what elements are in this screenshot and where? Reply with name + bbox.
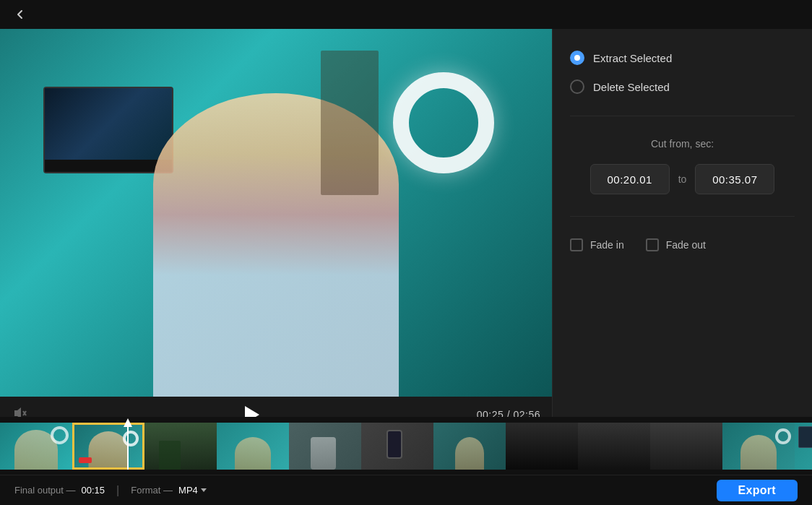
bottom-bar: Final output — 00:15 | Format — MP4 Expo… [0,475,812,505]
cut-from-input[interactable]: 00:20.01 [590,164,670,194]
right-panel: Extract Selected Delete Selected Cut fro… [552,29,812,433]
to-separator: to [678,173,687,185]
timeline-strip[interactable] [0,423,812,470]
timeline-thumb-6[interactable] [361,423,433,470]
cut-section: Cut from, sec: 00:20.01 to 00:35.07 [570,138,795,217]
timeline-thumb-10[interactable] [650,423,722,470]
timeline-thumb-8[interactable] [506,423,578,470]
timeline-thumb-12[interactable] [795,423,812,470]
timeline-inner [0,423,812,470]
format-value: MP4 [178,485,198,496]
timeline-thumb-9[interactable] [578,423,650,470]
fade-in-option[interactable]: Fade in [570,238,624,251]
video-frame [0,29,552,397]
playhead[interactable] [127,423,129,470]
timeline-thumb-3[interactable] [144,423,217,470]
timeline-thumb-11[interactable] [722,423,795,470]
timeline-thumb-1[interactable] [0,423,72,470]
fade-out-checkbox[interactable] [646,238,659,251]
cut-inputs-row: 00:20.01 to 00:35.07 [570,164,795,194]
timeline-section [0,417,812,475]
main-layout: 00:25 / 02:56 Extract Selected Delete Se… [0,29,812,433]
top-bar [0,0,812,29]
video-player[interactable] [0,29,552,397]
export-button[interactable]: Export [717,480,798,501]
delete-radio-button[interactable] [570,79,584,94]
timeline-thumb-4[interactable] [217,423,289,470]
fade-section: Fade in Fade out [570,235,795,251]
final-output-label: Final output — [14,485,76,496]
extract-selected-option[interactable]: Extract Selected [570,51,795,65]
options-section: Extract Selected Delete Selected [570,51,795,116]
delete-selected-label: Delete Selected [593,81,670,93]
timeline-thumb-2[interactable] [72,423,144,470]
extract-selected-label: Extract Selected [593,52,672,64]
delete-selected-option[interactable]: Delete Selected [570,79,795,94]
ring-light-prop [393,72,494,173]
timeline-thumb-7[interactable] [433,423,506,470]
format-label: Format — [131,485,173,496]
fade-in-label: Fade in [590,239,624,251]
monitor-screen [45,88,172,160]
chevron-down-icon [201,488,207,492]
extract-radio-button[interactable] [570,51,584,65]
fade-in-checkbox[interactable] [570,238,583,251]
format-select[interactable]: MP4 [178,485,207,496]
cut-to-input[interactable]: 00:35.07 [695,164,774,194]
timeline-thumb-5[interactable] [289,423,361,470]
final-output-value: 00:15 [82,485,105,496]
monitor-prop [43,87,173,173]
cut-from-label: Cut from, sec: [570,138,795,150]
video-section: 00:25 / 02:56 [0,29,552,433]
fade-out-option[interactable]: Fade out [646,238,706,251]
separator-1: | [116,484,119,497]
fade-out-label: Fade out [666,239,706,251]
back-button[interactable] [10,4,30,25]
